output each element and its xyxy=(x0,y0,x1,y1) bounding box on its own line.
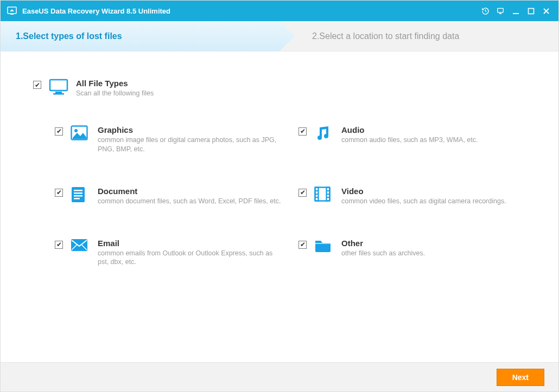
wizard-steps: 1.Select types of lost files 2.Select a … xyxy=(1,21,558,52)
content-area: ✔ All File Types Scan all the following … xyxy=(1,52,558,272)
app-icon xyxy=(7,6,17,16)
svg-rect-12 xyxy=(74,192,82,194)
video-desc: common video files, such as digital came… xyxy=(341,197,506,206)
step-2: 2.Select a location to start finding dat… xyxy=(280,21,558,51)
svg-rect-13 xyxy=(74,195,82,197)
svg-rect-24 xyxy=(71,239,87,251)
film-icon xyxy=(314,187,334,202)
svg-rect-7 xyxy=(53,93,64,95)
music-icon xyxy=(314,125,334,142)
filetype-audio: ✔ Audio common audio files, such as MP3,… xyxy=(298,125,526,154)
svg-point-9 xyxy=(74,129,78,132)
filetype-video: ✔ Video common video files, such as digi… xyxy=(298,187,526,206)
history-icon[interactable] xyxy=(479,5,491,17)
step-1: 1.Select types of lost files xyxy=(1,21,280,51)
document-title: Document xyxy=(98,187,281,196)
checkbox-other[interactable]: ✔ xyxy=(298,241,307,249)
app-title: EaseUS Data Recovery Wizard 8.5 Unlimite… xyxy=(22,7,170,15)
all-title: All File Types xyxy=(76,79,154,88)
all-desc: Scan all the following files xyxy=(76,89,154,98)
minimize-icon[interactable] xyxy=(510,5,522,17)
svg-rect-3 xyxy=(513,13,519,14)
other-title: Other xyxy=(341,239,425,248)
filetype-email: ✔ Email common emails from Outlook or Ou… xyxy=(55,239,282,267)
checkbox-video[interactable]: ✔ xyxy=(298,189,307,197)
video-title: Video xyxy=(341,187,506,196)
svg-rect-4 xyxy=(528,8,533,14)
svg-rect-6 xyxy=(55,92,62,93)
graphics-title: Graphics xyxy=(98,125,282,134)
svg-rect-11 xyxy=(74,190,82,191)
document-desc: common document files, such as Word, Exc… xyxy=(98,197,281,206)
graphics-desc: common image files or digital camera pho… xyxy=(98,136,282,154)
svg-rect-10 xyxy=(72,187,85,202)
svg-rect-5 xyxy=(50,80,67,91)
folder-icon xyxy=(314,239,334,253)
audio-desc: common audio files, such as MP3, WMA, et… xyxy=(341,136,478,145)
svg-rect-1 xyxy=(10,14,14,15)
close-icon[interactable] xyxy=(540,5,552,17)
checkbox-graphics[interactable]: ✔ xyxy=(55,127,63,136)
email-desc: common emails from Outlook or Outlook Ex… xyxy=(98,249,282,267)
document-icon xyxy=(71,187,90,203)
footer-bar: Next xyxy=(1,362,558,391)
filetype-other: ✔ Other other files such as archives. xyxy=(298,239,526,267)
checkbox-audio[interactable]: ✔ xyxy=(298,127,307,136)
step-2-label: 2.Select a location to start finding dat… xyxy=(312,31,459,41)
step-1-label: 1.Select types of lost files xyxy=(16,31,122,41)
other-desc: other files such as archives. xyxy=(341,249,425,258)
filetype-graphics: ✔ Graphics common image files or digital… xyxy=(55,125,282,154)
checkbox-all[interactable]: ✔ xyxy=(33,81,41,89)
checkbox-email[interactable]: ✔ xyxy=(55,241,63,249)
filetype-all: ✔ All File Types Scan all the following … xyxy=(33,79,526,98)
image-icon xyxy=(71,125,90,140)
svg-rect-2 xyxy=(498,8,504,12)
monitor-icon xyxy=(49,79,68,96)
titlebar: EaseUS Data Recovery Wizard 8.5 Unlimite… xyxy=(1,1,558,21)
svg-rect-14 xyxy=(74,198,80,200)
filetype-document: ✔ Document common document files, such a… xyxy=(55,187,282,206)
envelope-icon xyxy=(71,239,90,252)
checkbox-document[interactable]: ✔ xyxy=(55,189,63,197)
maximize-icon[interactable] xyxy=(525,5,537,17)
email-title: Email xyxy=(98,239,282,248)
next-button[interactable]: Next xyxy=(497,369,544,386)
feedback-icon[interactable] xyxy=(494,5,506,17)
audio-title: Audio xyxy=(341,125,478,134)
